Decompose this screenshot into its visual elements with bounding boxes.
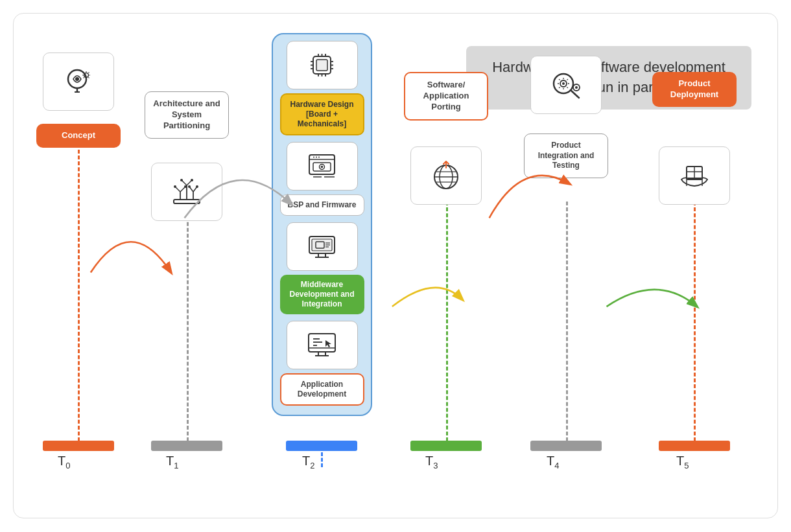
concept-icon: [59, 62, 98, 101]
t3-label: T3: [425, 454, 438, 470]
svg-rect-3: [174, 200, 200, 203]
appdev-icon-box: [287, 321, 358, 369]
t2-label: T2: [302, 454, 314, 470]
porting-icon-box: [410, 146, 482, 205]
svg-point-40: [321, 166, 324, 168]
integration-icon: [547, 65, 585, 104]
deployment-icon: [675, 156, 714, 195]
svg-point-18: [196, 185, 198, 188]
col-t3: Software/ Application Porting T3: [396, 33, 497, 474]
middleware-label: Middleware Development and Integration: [289, 280, 354, 308]
middleware-card: Middleware Development and Integration: [280, 275, 364, 314]
arch-label: Architecture and System Partitioning: [153, 98, 220, 130]
svg-point-1: [75, 77, 79, 81]
t4-label: T4: [547, 454, 559, 470]
bsp-card: BSP and Firmware: [280, 194, 364, 216]
svg-point-70: [575, 86, 578, 89]
svg-point-13: [174, 185, 176, 188]
t2-bar: [286, 441, 357, 451]
deployment-label: Product Deployment: [670, 78, 718, 99]
porting-icon: [427, 156, 466, 195]
integration-icon-box: [530, 56, 602, 114]
main-container: Hardware and software development proces…: [13, 13, 778, 518]
middleware-icon: [304, 229, 340, 264]
appdev-label: Application Development: [298, 380, 346, 399]
concept-icon-box: [43, 52, 114, 111]
t1-bar: [151, 441, 222, 451]
integration-card: Product Integration and Testing: [524, 133, 608, 178]
col-t0: Concept T0: [33, 33, 124, 474]
t2-panel: Hardware Design[Board + Mechanicals]: [272, 33, 372, 416]
hardware-label: Hardware Design[Board + Mechanicals]: [290, 100, 353, 128]
arch-icon-box: [151, 163, 222, 221]
col-t2: Hardware Design[Board + Mechanicals]: [266, 27, 377, 474]
porting-card: Software/ Application Porting: [404, 72, 488, 121]
middleware-icon-box: [287, 222, 358, 271]
col-t4: Product Integration and Testing T4: [513, 33, 620, 474]
deployment-icon-box: [659, 146, 730, 205]
appdev-card: Application Development: [280, 373, 364, 406]
t3-bar: [410, 441, 482, 451]
bsp-icon: [304, 148, 340, 184]
t1-label: T1: [166, 454, 178, 470]
integration-label: Product Integration and Testing: [538, 141, 595, 170]
deployment-card: Product Deployment: [652, 72, 737, 107]
svg-point-68: [562, 82, 565, 85]
hardware-icon-box: [287, 41, 358, 89]
hardware-icon: [304, 47, 340, 83]
t0-label: T0: [58, 454, 70, 470]
bsp-label: BSP and Firmware: [288, 200, 357, 209]
t5-label: T5: [676, 454, 689, 470]
appdev-icon: [304, 327, 340, 363]
t4-bar: [530, 441, 602, 451]
porting-label: Software/ Application Porting: [423, 80, 469, 111]
svg-point-17: [188, 185, 191, 188]
t5-bar: [659, 441, 730, 451]
col-t5: Product Deployment T5: [643, 33, 746, 474]
arch-icon: [167, 172, 206, 211]
concept-card: Concept: [36, 124, 121, 148]
svg-point-15: [180, 179, 183, 181]
svg-line-66: [571, 90, 579, 98]
col-t1: Architecture and System Partitioning: [137, 33, 237, 474]
svg-rect-20: [316, 60, 327, 71]
svg-rect-52: [309, 334, 335, 352]
arch-card: Architecture and System Partitioning: [145, 91, 229, 139]
hardware-card: Hardware Design[Board + Mechanicals]: [280, 93, 364, 135]
svg-point-14: [184, 185, 187, 188]
bsp-icon-box: [287, 142, 358, 191]
concept-label: Concept: [62, 130, 95, 140]
svg-point-16: [191, 179, 193, 181]
t0-bar: [43, 441, 114, 451]
